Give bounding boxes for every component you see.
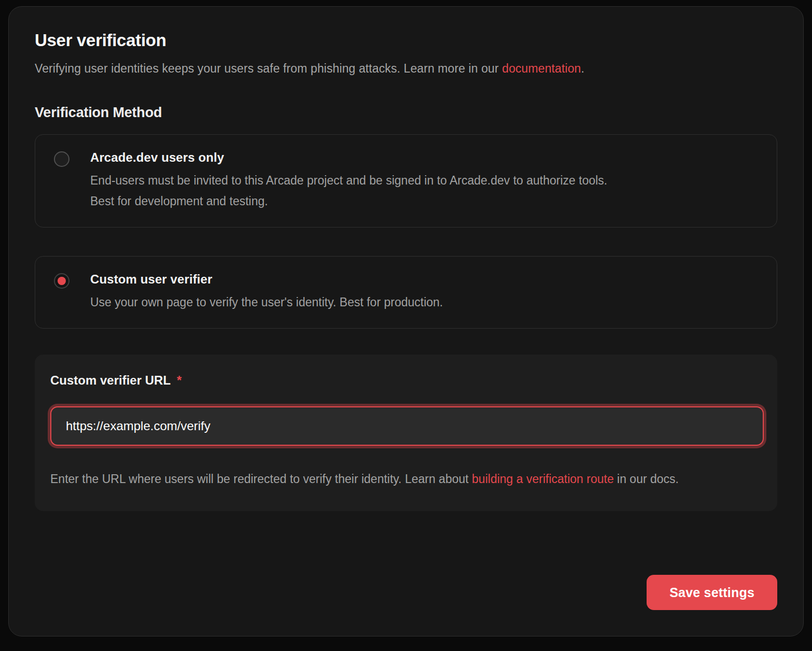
option-custom-user-verifier[interactable]: Custom user verifier Use your own page t… [35,256,777,329]
option-text: Custom user verifier Use your own page t… [90,272,443,313]
custom-verifier-url-label-row: Custom verifier URL * [50,373,762,388]
radio-custom-user-verifier[interactable] [54,273,69,289]
subtitle-text: Verifying user identities keeps your use… [35,62,502,75]
option-arcade-users-only[interactable]: Arcade.dev users only End-users must be … [35,134,777,228]
helper-text-after: in our docs. [614,472,679,486]
option-description-line: Best for development and testing. [90,191,607,211]
footer-actions: Save settings [35,575,777,610]
helper-text-before: Enter the URL where users will be redire… [50,472,472,486]
subtitle-period: . [581,62,584,75]
required-asterisk: * [177,373,181,388]
documentation-link[interactable]: documentation [502,62,581,75]
radio-arcade-users-only[interactable] [54,151,69,167]
custom-verifier-url-input[interactable] [50,406,764,446]
option-description-line: Use your own page to verify the user's i… [90,292,443,313]
radio-dot [58,277,66,285]
option-description-line: End-users must be invited to this Arcade… [90,170,607,191]
option-text: Arcade.dev users only End-users must be … [90,150,607,211]
custom-verifier-url-card: Custom verifier URL * Enter the URL wher… [35,355,777,511]
option-description: End-users must be invited to this Arcade… [90,170,607,211]
save-settings-button[interactable]: Save settings [647,575,777,610]
custom-verifier-url-label: Custom verifier URL [50,373,171,388]
page-subtitle: Verifying user identities keeps your use… [35,62,777,76]
page-title: User verification [35,31,777,50]
custom-verifier-helper-text: Enter the URL where users will be redire… [50,469,755,489]
option-description: Use your own page to verify the user's i… [90,292,443,313]
building-verification-route-link[interactable]: building a verification route [472,472,614,486]
verification-method-heading: Verification Method [35,105,777,121]
option-label: Custom user verifier [90,272,443,287]
user-verification-panel: User verification Verifying user identit… [8,6,804,636]
option-label: Arcade.dev users only [90,150,607,165]
